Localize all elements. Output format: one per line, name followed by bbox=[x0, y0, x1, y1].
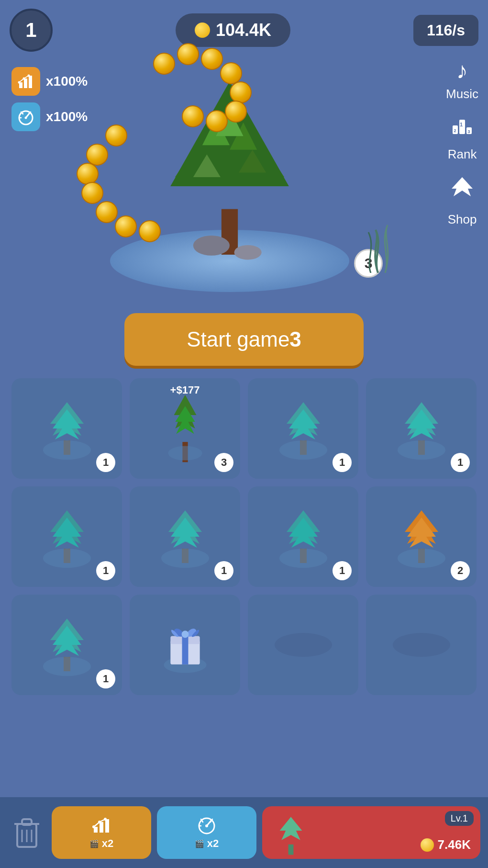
blue-tree-8 bbox=[41, 614, 93, 676]
rank-icon: 1 2 3 bbox=[449, 115, 476, 144]
sidebar: ♪ Music 1 2 3 Rank Shop bbox=[446, 57, 478, 227]
svg-point-56 bbox=[398, 549, 445, 568]
cell-badge-3: 1 bbox=[451, 453, 470, 472]
trash-button[interactable] bbox=[8, 809, 46, 857]
svg-point-36 bbox=[279, 440, 327, 460]
svg-point-28 bbox=[43, 440, 91, 460]
sidebar-item-shop[interactable]: Shop bbox=[448, 175, 477, 227]
svg-point-8 bbox=[25, 117, 27, 119]
svg-marker-62 bbox=[53, 626, 81, 656]
blue-tree-4 bbox=[41, 506, 93, 568]
svg-text:2: 2 bbox=[454, 128, 456, 133]
game-area: 3 bbox=[48, 38, 411, 311]
blue-tree-6 bbox=[277, 506, 330, 568]
tree-grid: 1 +$177 3 1 1 bbox=[0, 378, 488, 695]
blue-tree-0 bbox=[41, 397, 93, 460]
svg-text:1: 1 bbox=[460, 122, 463, 127]
svg-marker-50 bbox=[171, 518, 200, 548]
svg-marker-84 bbox=[280, 817, 302, 840]
svg-point-52 bbox=[279, 549, 327, 568]
svg-point-79 bbox=[104, 818, 107, 821]
mult-icon-blue bbox=[11, 102, 40, 131]
svg-point-67 bbox=[181, 631, 189, 638]
tree-cell-5[interactable]: 1 bbox=[130, 486, 240, 587]
boost-blue-label: 🎬 x2 bbox=[195, 837, 219, 850]
svg-rect-2 bbox=[29, 76, 32, 88]
tree-cell-1[interactable]: +$177 3 bbox=[130, 378, 240, 479]
boost-blue-icon bbox=[197, 815, 216, 834]
svg-point-82 bbox=[205, 824, 208, 827]
svg-rect-76 bbox=[105, 819, 109, 833]
svg-rect-75 bbox=[100, 822, 103, 833]
blue-tree-2 bbox=[277, 397, 330, 460]
tree-cell-11[interactable] bbox=[366, 595, 477, 695]
svg-marker-42 bbox=[407, 409, 436, 440]
cell-badge-2: 1 bbox=[333, 453, 352, 472]
speed-icon bbox=[17, 108, 34, 125]
boost-blue-button[interactable]: 🎬 x2 bbox=[157, 806, 256, 859]
svg-point-48 bbox=[161, 549, 209, 568]
music-icon: ♪ bbox=[456, 57, 468, 84]
lv-badge: Lv.1 bbox=[445, 811, 474, 826]
tall-tree-1 bbox=[166, 393, 204, 464]
empty-slot-11 bbox=[393, 633, 450, 657]
svg-point-44 bbox=[43, 549, 91, 568]
gift-box-9 bbox=[159, 614, 211, 676]
svg-point-78 bbox=[98, 821, 101, 823]
cell-badge-4: 1 bbox=[96, 561, 115, 580]
level-up-button[interactable]: Lv.1 7.46K bbox=[262, 806, 480, 859]
boost-orange-button[interactable]: 🎬 x2 bbox=[52, 806, 151, 859]
svg-point-3 bbox=[18, 81, 21, 84]
svg-point-4 bbox=[23, 78, 25, 80]
tree-cell-8[interactable]: 1 bbox=[11, 595, 122, 695]
lv-coin-row: 7.46K bbox=[421, 837, 471, 852]
start-game-button[interactable]: Start game 3 bbox=[124, 313, 364, 366]
sidebar-item-music[interactable]: ♪ Music bbox=[446, 57, 478, 101]
lv-coin-icon bbox=[421, 838, 434, 852]
bar-chart-icon bbox=[17, 73, 34, 90]
shop-tree-icon bbox=[449, 175, 476, 209]
tree-cell-2[interactable]: 1 bbox=[248, 378, 358, 479]
cell-badge-7: 2 bbox=[451, 561, 470, 580]
tree-cell-7[interactable]: 2 bbox=[366, 486, 477, 587]
svg-rect-70 bbox=[22, 819, 32, 825]
blue-tree-5 bbox=[159, 506, 211, 568]
bottom-bar: 🎬 x2 🎬 x2 Lv.1 7.46K bbox=[0, 797, 488, 868]
svg-marker-15 bbox=[452, 177, 473, 196]
tree-cell-4[interactable]: 1 bbox=[11, 486, 122, 587]
blue-tree-3 bbox=[395, 397, 448, 460]
coin-icon bbox=[195, 23, 210, 38]
cell-badge-6: 1 bbox=[333, 561, 352, 580]
trash-icon bbox=[12, 815, 41, 850]
lv-tree-icon bbox=[272, 813, 310, 857]
svg-marker-58 bbox=[407, 518, 436, 548]
svg-rect-66 bbox=[182, 636, 188, 664]
tree-cell-9[interactable] bbox=[130, 595, 240, 695]
seaweed-decoration bbox=[354, 215, 402, 273]
boost-orange-label: 🎬 x2 bbox=[89, 837, 113, 850]
mult-icon-orange bbox=[11, 67, 40, 96]
cell-badge-8: 1 bbox=[96, 669, 115, 688]
tree-cell-3[interactable]: 1 bbox=[366, 378, 477, 479]
cell-badge-0: 1 bbox=[96, 453, 115, 472]
svg-marker-38 bbox=[289, 409, 318, 440]
svg-point-5 bbox=[28, 75, 30, 77]
empty-slot-10 bbox=[275, 633, 332, 657]
svg-text:3: 3 bbox=[468, 129, 470, 134]
svg-rect-83 bbox=[288, 845, 294, 855]
tree-cell-10[interactable] bbox=[248, 595, 358, 695]
cell-badge-1: 3 bbox=[214, 453, 233, 472]
svg-point-77 bbox=[92, 825, 95, 828]
svg-point-32 bbox=[168, 446, 202, 461]
tree-cell-6[interactable]: 1 bbox=[248, 486, 358, 587]
cell-badge-5: 1 bbox=[214, 561, 233, 580]
sidebar-item-rank[interactable]: 1 2 3 Rank bbox=[448, 115, 477, 162]
svg-point-60 bbox=[43, 657, 91, 676]
tree-cell-0[interactable]: 1 bbox=[11, 378, 122, 479]
rate-badge: 116/s bbox=[413, 15, 478, 46]
svg-point-40 bbox=[398, 440, 445, 460]
svg-marker-54 bbox=[289, 518, 318, 548]
svg-marker-46 bbox=[53, 518, 81, 548]
level-badge: 1 bbox=[10, 9, 53, 52]
start-btn-number: 3 bbox=[289, 327, 301, 351]
